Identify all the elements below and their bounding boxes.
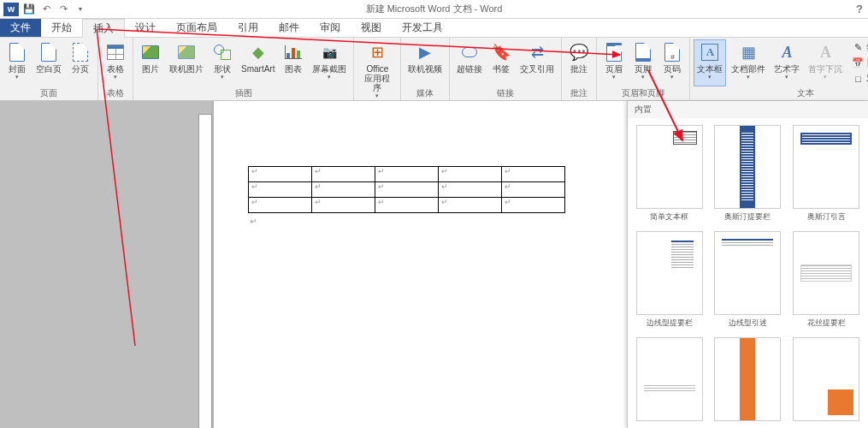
- gallery-item-filigree[interactable]: 花丝提要栏: [789, 229, 863, 330]
- save-icon[interactable]: 💾: [22, 3, 36, 16]
- group-label: 表格: [102, 86, 129, 100]
- gallery-item-border-sidebar[interactable]: 边线型提要栏: [633, 229, 706, 330]
- group-header-footer: 页眉▾ 页脚▾ #页码▾ 页眉和页脚: [597, 38, 690, 100]
- comment-button[interactable]: 💬批注: [565, 39, 593, 86]
- group-pages: 封面▾ 空白页 分页 页面: [0, 38, 98, 100]
- ribbon-tabs: 文件 开始 插入 设计 页面布局 引用 邮件 审阅 视图 开发工具: [0, 19, 868, 38]
- office-apps-button[interactable]: ⊞Office 应用程序▾: [357, 39, 397, 102]
- group-links: 超链接 🔖书签 ⇄交叉引用 链接: [450, 38, 562, 100]
- title-bar: W 💾 ↶ ↷ ▾ 新建 Microsoft Word 文档 - Word ?: [0, 0, 868, 19]
- chart-icon: [283, 42, 304, 62]
- group-label: 媒体: [404, 86, 446, 100]
- group-apps: ⊞Office 应用程序▾ 应用程序: [354, 38, 401, 100]
- online-picture-icon: [176, 42, 197, 62]
- signature-line-button[interactable]: ✎签名行▾: [849, 40, 868, 55]
- group-comments: 💬批注 批注: [562, 38, 597, 100]
- gallery-item-simple[interactable]: 简单文本框: [633, 123, 706, 224]
- textbox-button[interactable]: A文本框▾: [694, 39, 726, 86]
- tab-references[interactable]: 引用: [227, 19, 269, 37]
- cross-reference-button[interactable]: ⇄交叉引用: [517, 39, 558, 86]
- chevron-down-icon: ▾: [375, 92, 379, 99]
- tab-mail[interactable]: 邮件: [269, 19, 310, 37]
- redo-icon[interactable]: ↷: [56, 3, 70, 16]
- gallery-item-orange-square[interactable]: [789, 336, 863, 425]
- chevron-down-icon: ▾: [328, 74, 331, 80]
- tab-design[interactable]: 设计: [125, 19, 166, 37]
- cross-ref-icon: ⇄: [527, 42, 547, 62]
- group-media: ▶联机视频 媒体: [401, 38, 450, 100]
- smartart-button[interactable]: ◆SmartArt: [238, 39, 278, 86]
- text-small-buttons: ✎签名行▾ 📅日期和时间 □对象▾: [847, 39, 868, 86]
- tab-review[interactable]: 审阅: [310, 19, 351, 37]
- chevron-down-icon: ▾: [708, 74, 712, 80]
- link-icon: [459, 42, 480, 62]
- gallery-header: 内置: [628, 101, 868, 118]
- footer-button[interactable]: 页脚▾: [629, 39, 657, 86]
- chevron-down-icon: ▾: [670, 74, 674, 80]
- table-row: ↵↵↵↵↵: [249, 182, 565, 198]
- window-title: 新建 Microsoft Word 文档 - Word: [366, 3, 503, 15]
- page-break-button[interactable]: 分页: [67, 39, 94, 86]
- chevron-down-icon: ▾: [785, 74, 788, 80]
- bookmark-icon: 🔖: [491, 42, 511, 62]
- group-label: 插图: [137, 86, 350, 100]
- help-icon[interactable]: ?: [856, 3, 863, 15]
- tab-view[interactable]: 视图: [351, 19, 392, 37]
- blank-page-button[interactable]: 空白页: [32, 39, 65, 86]
- hyperlink-button[interactable]: 超链接: [453, 39, 486, 86]
- online-video-button[interactable]: ▶联机视频: [404, 39, 446, 86]
- picture-button[interactable]: 图片: [137, 39, 164, 86]
- shapes-button[interactable]: 形状▾: [209, 39, 236, 86]
- header-icon: [604, 42, 624, 62]
- table-row: ↵↵↵↵↵: [249, 198, 565, 213]
- tab-insert[interactable]: 插入: [82, 19, 125, 38]
- datetime-button[interactable]: 📅日期和时间: [849, 56, 868, 70]
- doc-parts-button[interactable]: ▦文档部件▾: [728, 39, 769, 86]
- chevron-down-icon: ▾: [114, 74, 117, 80]
- page-icon: [38, 42, 59, 62]
- chevron-down-icon: ▾: [15, 74, 19, 80]
- quick-access-toolbar: W 💾 ↶ ↷ ▾: [0, 3, 91, 16]
- gallery-item-orange-bar[interactable]: [712, 336, 785, 425]
- group-label: 链接: [453, 86, 558, 100]
- group-label: 批注: [565, 86, 593, 100]
- gallery-item-plain[interactable]: [633, 336, 706, 425]
- dropcap-button[interactable]: A首字下沉▾: [805, 39, 846, 86]
- chart-button[interactable]: 图表: [280, 39, 307, 86]
- online-picture-button[interactable]: 联机图片: [166, 39, 207, 86]
- table-icon: [105, 42, 126, 62]
- smartart-icon: ◆: [248, 42, 269, 62]
- object-icon: □: [852, 73, 864, 85]
- bookmark-button[interactable]: 🔖书签: [487, 39, 515, 86]
- tab-developer[interactable]: 开发工具: [392, 19, 453, 37]
- comment-icon: 💬: [569, 42, 589, 62]
- wordart-button[interactable]: A艺术字▾: [771, 39, 803, 86]
- camera-icon: 📷: [319, 42, 340, 62]
- page-icon: [7, 42, 27, 62]
- tab-home[interactable]: 开始: [41, 19, 82, 37]
- tab-layout[interactable]: 页面布局: [166, 19, 227, 37]
- document-table[interactable]: ↵↵↵↵↵ ↵↵↵↵↵ ↵↵↵↵↵: [248, 166, 565, 213]
- gallery-item-austin-quote[interactable]: 奥斯汀引言: [789, 123, 863, 224]
- cover-page-button[interactable]: 封面▾: [3, 39, 31, 86]
- chevron-down-icon: ▾: [641, 74, 645, 80]
- video-icon: ▶: [415, 42, 435, 62]
- object-button[interactable]: □对象▾: [849, 71, 868, 86]
- header-button[interactable]: 页眉▾: [600, 39, 628, 86]
- chevron-down-icon: ▾: [612, 74, 616, 80]
- dropcap-icon: A: [815, 42, 836, 62]
- page-number-button[interactable]: #页码▾: [658, 39, 686, 86]
- tab-file[interactable]: 文件: [0, 19, 41, 37]
- qat-dropdown-icon[interactable]: ▾: [74, 3, 87, 16]
- shapes-icon: [212, 42, 233, 62]
- table-button[interactable]: 表格▾: [102, 39, 129, 86]
- wordart-icon: A: [776, 42, 797, 62]
- gallery-item-austin-sidebar[interactable]: 奥斯汀提要栏: [712, 123, 785, 224]
- screenshot-button[interactable]: 📷屏幕截图▾: [309, 39, 350, 86]
- undo-icon[interactable]: ↶: [39, 3, 53, 16]
- vertical-ruler: [198, 114, 212, 428]
- group-label: 页眉和页脚: [600, 86, 686, 100]
- group-label: 文本: [694, 86, 868, 100]
- gallery-item-border-quote[interactable]: 边线型引述: [712, 229, 785, 330]
- page-number-icon: #: [662, 42, 682, 62]
